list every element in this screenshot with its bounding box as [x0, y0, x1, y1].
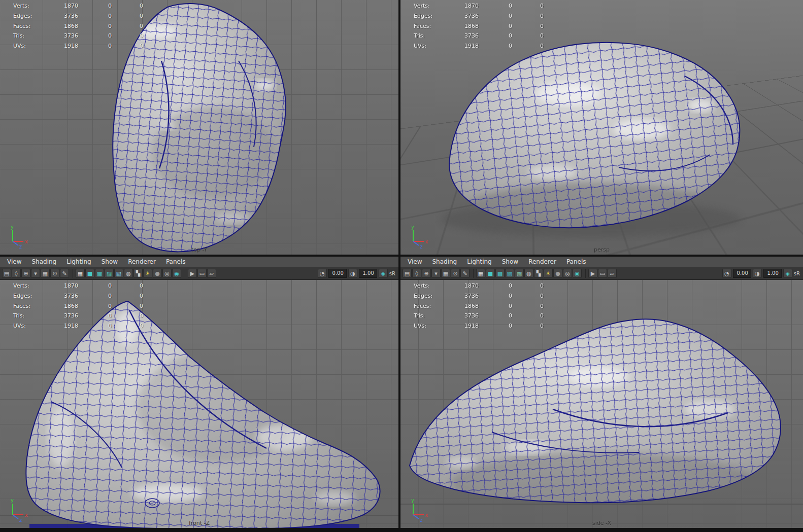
bookmarks-icon[interactable]: ▾ — [31, 269, 40, 278]
exposure-icon[interactable]: ◔ — [722, 269, 731, 278]
hud-row: Tris: 3736 0 0 — [13, 32, 143, 43]
hud-col1: 0 — [78, 23, 112, 29]
menu-item[interactable]: Renderer — [123, 257, 161, 267]
hud-label: Edges: — [13, 13, 53, 19]
textured-wire-icon[interactable]: ▧ — [114, 269, 123, 278]
hud-value: 3736 — [453, 32, 479, 39]
hud-col2: 0 — [112, 3, 143, 9]
hud-poly-count: Verts: 1870 0 0 Edges: 3736 0 0 Faces: 1… — [414, 282, 544, 333]
isolate-select-icon[interactable]: ▶ — [588, 269, 597, 278]
hud-col1: 0 — [479, 312, 512, 319]
viewport-canvas-top[interactable]: Verts: 1870 0 0 Edges: 3736 0 0 Faces: 1… — [0, 0, 398, 255]
all-lights-icon[interactable]: ☀ — [544, 269, 553, 278]
hud-value: 1868 — [453, 23, 479, 29]
menu-item[interactable]: Shading — [26, 257, 61, 267]
select-camera-icon[interactable]: ▤ — [2, 269, 11, 278]
exposure-field[interactable]: 0.00 — [328, 269, 347, 278]
hud-poly-count: Verts: 1870 0 0 Edges: 3736 0 0 Faces: 1… — [13, 3, 143, 53]
menu-item[interactable]: View — [403, 257, 427, 267]
hud-col1: 0 — [78, 282, 112, 289]
grease-pencil-icon[interactable]: ✎ — [460, 269, 470, 278]
shadows-icon[interactable]: ● — [153, 269, 162, 278]
menu-item[interactable]: Lighting — [61, 257, 96, 267]
two-d-pan-zoom-icon[interactable]: ⊙ — [50, 269, 59, 278]
hud-col2: 0 — [512, 13, 544, 19]
hud-label: Faces: — [13, 23, 53, 29]
smooth-shade-icon[interactable]: ■ — [85, 269, 94, 278]
menu-item[interactable]: Panels — [561, 257, 591, 267]
gamma-icon[interactable]: ◑ — [348, 269, 357, 278]
lock-camera-icon[interactable]: ◊ — [412, 269, 421, 278]
menu-item[interactable]: Panels — [161, 257, 191, 267]
gamma-field[interactable]: 1.00 — [359, 269, 377, 278]
image-plane-icon[interactable]: ▦ — [441, 269, 450, 278]
screen-space-ao-icon[interactable]: ◎ — [563, 269, 572, 278]
viewport-top[interactable]: Verts: 1870 0 0 Edges: 3736 0 0 Faces: 1… — [0, 0, 398, 255]
use-default-material-icon[interactable]: ◍ — [524, 269, 533, 278]
menu-item[interactable]: Lighting — [462, 257, 497, 267]
viewport-canvas-side[interactable]: Verts: 1870 0 0 Edges: 3736 0 0 Faces: 1… — [400, 280, 803, 528]
textured-wire-icon[interactable]: ▧ — [515, 269, 524, 278]
viewport-persp[interactable]: Verts: 1870 0 0 Edges: 3736 0 0 Faces: 1… — [400, 0, 803, 255]
smooth-shade-wire-icon[interactable]: ▩ — [95, 269, 104, 278]
menu-item[interactable]: Shading — [427, 257, 462, 267]
xray-icon[interactable]: ▭ — [197, 269, 207, 278]
hud-col2: 0 — [512, 43, 544, 49]
viewport-canvas-front[interactable]: Verts: 1870 0 0 Edges: 3736 0 0 Faces: 1… — [0, 280, 398, 528]
grease-pencil-icon[interactable]: ✎ — [60, 269, 69, 278]
shadows-icon[interactable]: ● — [553, 269, 562, 278]
exposure-icon[interactable]: ◔ — [318, 269, 327, 278]
hud-row: Tris: 3736 0 0 — [414, 312, 544, 323]
viewport-canvas-persp[interactable]: Verts: 1870 0 0 Edges: 3736 0 0 Faces: 1… — [400, 0, 803, 255]
all-lights-icon[interactable]: ☀ — [143, 269, 152, 278]
gamma-field[interactable]: 1.00 — [763, 269, 782, 278]
hud-col1: 0 — [78, 32, 112, 39]
textured-icon[interactable]: ▨ — [505, 269, 514, 278]
xray-icon[interactable]: ▭ — [598, 269, 607, 278]
image-plane-icon[interactable]: ▦ — [41, 269, 50, 278]
lock-camera-icon[interactable]: ◊ — [12, 269, 21, 278]
hud-col1: 0 — [78, 323, 112, 329]
use-default-material-icon[interactable]: ◍ — [124, 269, 133, 278]
smooth-shade-wire-icon[interactable]: ▩ — [495, 269, 505, 278]
hud-row: UVs: 1918 0 0 — [414, 43, 544, 53]
xray-joints-icon[interactable]: ▱ — [608, 269, 617, 278]
wireframe-icon[interactable]: ▦ — [76, 269, 85, 278]
screen-space-ao-icon[interactable]: ◎ — [162, 269, 172, 278]
hud-col2: 0 — [112, 32, 143, 39]
bookmarks-icon[interactable]: ▾ — [431, 269, 441, 278]
smooth-shade-icon[interactable]: ■ — [486, 269, 495, 278]
viewport-front[interactable]: ViewShadingLightingShowRendererPanels ▤◊… — [0, 257, 398, 528]
hud-label: UVs: — [414, 323, 453, 329]
menu-item[interactable]: Show — [497, 257, 523, 267]
view-transform-icon[interactable]: ◈ — [379, 269, 388, 278]
two-d-pan-zoom-icon[interactable]: ⊙ — [451, 269, 460, 278]
hud-col1: 0 — [479, 13, 512, 19]
motion-blur-icon[interactable]: ◉ — [573, 269, 582, 278]
hud-value: 1918 — [53, 323, 78, 329]
hud-col1: 0 — [479, 3, 512, 9]
hud-col1: 0 — [479, 32, 512, 39]
axis-x-label: x — [25, 239, 28, 244]
select-camera-icon[interactable]: ▤ — [403, 269, 412, 278]
hud-label: Faces: — [414, 23, 453, 29]
menu-item[interactable]: Renderer — [523, 257, 561, 267]
hud-poly-count: Verts: 1870 0 0 Edges: 3736 0 0 Faces: 1… — [414, 3, 544, 53]
view-transform-icon[interactable]: ◈ — [783, 269, 792, 278]
isolate-select-icon[interactable]: ▶ — [188, 269, 197, 278]
camera-attributes-icon[interactable]: ⊕ — [21, 269, 30, 278]
exposure-field[interactable]: 0.00 — [733, 269, 751, 278]
hud-value: 3736 — [53, 312, 78, 319]
viewport-side[interactable]: ViewShadingLightingShowRendererPanels ▤◊… — [400, 257, 803, 528]
textured-icon[interactable]: ▨ — [105, 269, 114, 278]
gamma-icon[interactable]: ◑ — [753, 269, 762, 278]
menu-item[interactable]: Show — [96, 257, 123, 267]
checkered-icon[interactable]: ▚ — [133, 269, 143, 278]
checkered-icon[interactable]: ▚ — [534, 269, 543, 278]
xray-joints-icon[interactable]: ▱ — [207, 269, 216, 278]
wireframe-icon[interactable]: ▦ — [476, 269, 485, 278]
motion-blur-icon[interactable]: ◉ — [172, 269, 181, 278]
camera-attributes-icon[interactable]: ⊕ — [422, 269, 431, 278]
menu-item[interactable]: View — [2, 257, 26, 267]
hud-col1: 0 — [479, 323, 512, 329]
